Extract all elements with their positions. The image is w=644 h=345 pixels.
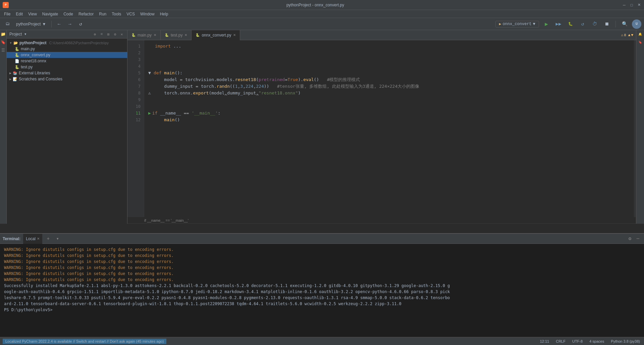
- test-py-icon: 🐍: [15, 65, 19, 69]
- minimize-button[interactable]: ─: [622, 3, 627, 7]
- terminal-settings-icon[interactable]: ⚙: [627, 236, 633, 242]
- fold-arrow-5: ▼: [148, 70, 154, 76]
- warnings-nav-up[interactable]: ▲: [628, 33, 631, 37]
- menu-refactor[interactable]: Refactor: [76, 10, 96, 18]
- project-header-icons: ⊕ ≡ ⊞ ⚙ ✕: [92, 31, 124, 37]
- tab-main-py[interactable]: 🐍 main.py ✕: [127, 30, 161, 40]
- run-indicator-11[interactable]: ▶: [148, 110, 151, 117]
- code-line-9: [148, 96, 630, 103]
- project-icon[interactable]: 📁: [1, 31, 6, 37]
- status-bar-right: 12:11 CRLF UTF-8 4 spaces Python 3.8 (py…: [539, 339, 641, 343]
- code-editor: 1 2 3 4 5 6 7 8 9 10 11 12 import ...: [127, 40, 636, 217]
- toolbar-logo: 🗂: [3, 19, 12, 29]
- tree-item-onnx-convert[interactable]: 🐍 onnx_convert.py: [7, 52, 127, 58]
- tab-test-py-close[interactable]: ✕: [184, 33, 187, 37]
- code-content[interactable]: import ... ▼ def main(): model = torchvi…: [144, 40, 634, 217]
- toolbar-forward-btn[interactable]: →: [65, 19, 74, 29]
- terminal-add-tab[interactable]: +: [45, 236, 52, 242]
- toolbar-refresh-btn[interactable]: ↺: [76, 19, 85, 29]
- status-indent[interactable]: 4 spaces: [588, 339, 605, 343]
- project-selector-arrow: ▼: [42, 22, 46, 26]
- tree-item-main-py[interactable]: 🐍 main.py: [7, 46, 127, 52]
- stop-button[interactable]: ⏹: [602, 19, 611, 29]
- status-update-notice[interactable]: Localized PyCharm 2022.2.4 is available …: [3, 339, 166, 344]
- status-line-ending[interactable]: CRLF: [554, 339, 567, 343]
- tab-bar: 🐍 main.py ✕ 🐍 test.py ✕ 🐍 onnx_convert.p…: [127, 30, 636, 40]
- collapse-all-icon[interactable]: ≡: [99, 31, 104, 37]
- tree-item-test-py[interactable]: 🐍 test.py: [7, 64, 127, 70]
- left-sidebar-icons: 📁 🔖 ☰: [0, 30, 7, 224]
- notifications-icon[interactable]: 🔔: [638, 31, 643, 37]
- menu-run[interactable]: Run: [96, 10, 109, 18]
- toolbar-back-btn[interactable]: ←: [54, 19, 64, 29]
- terminal-success-line: Successfully installed MarkupSafe-2.1.1 …: [4, 283, 640, 307]
- menu-tools[interactable]: Tools: [109, 10, 124, 18]
- terminal-warning-2: WARNING: Ignore distutils configs in set…: [4, 253, 640, 259]
- terminal-minimize-icon[interactable]: ─: [635, 236, 641, 242]
- locate-file-icon[interactable]: ⊕: [92, 31, 98, 37]
- search-everywhere-btn[interactable]: 🔍: [620, 19, 629, 29]
- menu-vcs[interactable]: VCS: [124, 10, 138, 18]
- close-button[interactable]: ✕: [637, 3, 641, 7]
- expand-all-icon[interactable]: ⊞: [106, 31, 111, 37]
- bookmarks-right-icon[interactable]: 🔖: [638, 40, 643, 45]
- status-line-col[interactable]: 12:11: [539, 339, 551, 343]
- line-num-12: 12: [127, 117, 144, 123]
- tree-item-resnet18[interactable]: 📄 resnet18.onnx: [7, 58, 127, 64]
- terminal-tab-close[interactable]: ✕: [37, 237, 40, 240]
- menu-help[interactable]: Help: [157, 10, 171, 18]
- avatar-btn[interactable]: U: [632, 19, 641, 29]
- project-panel-title: Project ▼: [9, 32, 27, 37]
- warnings-nav-down[interactable]: ▼: [631, 33, 633, 37]
- menu-edit[interactable]: Edit: [13, 10, 25, 18]
- tab-main-py-label: main.py: [138, 33, 152, 38]
- profile-button[interactable]: ⏱: [590, 19, 599, 29]
- run-configuration[interactable]: ▶ onnx_convert ▼: [495, 21, 539, 27]
- app-logo: P: [3, 2, 9, 8]
- run-button[interactable]: ▶: [542, 19, 551, 29]
- settings-icon[interactable]: ⚙: [112, 31, 118, 37]
- close-panel-icon[interactable]: ✕: [119, 31, 124, 37]
- tree-item-scratches[interactable]: ▶ 📝 Scratches and Consoles: [7, 76, 127, 82]
- terminal-header: Terminal: Local ✕ + ▾ ⚙ ─: [0, 234, 644, 244]
- project-name: pythonProject: [16, 22, 41, 26]
- terminal-warning-4: WARNING: Ignore distutils configs in set…: [4, 265, 640, 271]
- root-folder-icon: 📂: [13, 41, 18, 45]
- menu-file[interactable]: File: [1, 10, 13, 18]
- debug-button[interactable]: 🐛: [566, 19, 575, 29]
- tree-item-external-libs[interactable]: ▶ 📚 External Libraries: [7, 70, 127, 76]
- build-button[interactable]: ▶▶: [554, 19, 563, 29]
- minimap: [634, 40, 636, 217]
- tab-main-py-close[interactable]: ✕: [154, 33, 156, 37]
- code-line-7: dummy_input = torch.randn((1,3,224,224))…: [148, 83, 630, 90]
- test-py-label: test.py: [21, 65, 33, 69]
- tab-onnx-convert[interactable]: 🐍 onnx_convert.py ✕: [192, 30, 240, 40]
- breadcrumb-bar: if __name__ == '__main__': [127, 217, 636, 224]
- tab-main-py-icon: 🐍: [131, 33, 136, 37]
- project-panel: Project ▼ ⊕ ≡ ⊞ ⚙ ✕ ▼ 📂 pythonProject C:…: [7, 30, 127, 224]
- run-config-icon: ▶: [499, 22, 501, 26]
- terminal-content[interactable]: WARNING: Ignore distutils configs in set…: [0, 244, 644, 337]
- code-line-2: [148, 50, 630, 56]
- menu-navigate[interactable]: Navigate: [40, 10, 61, 18]
- menu-code[interactable]: Code: [61, 10, 76, 18]
- line-numbers: 1 2 3 4 5 6 7 8 9 10 11 12: [127, 40, 144, 217]
- menu-view[interactable]: View: [25, 10, 40, 18]
- tab-onnx-convert-close[interactable]: ✕: [233, 33, 236, 37]
- tab-test-py[interactable]: 🐍 test.py ✕: [161, 30, 192, 40]
- terminal-tab-local[interactable]: Local ✕: [23, 234, 42, 244]
- warnings-icon: ⚠: [621, 33, 624, 37]
- tree-root-folder[interactable]: ▼ 📂 pythonProject C:\Users\40662\Pycharm…: [7, 40, 127, 46]
- bookmarks-icon[interactable]: 🔖: [1, 40, 6, 45]
- status-encoding[interactable]: UTF-8: [571, 339, 584, 343]
- coverage-button[interactable]: ↺: [578, 19, 587, 29]
- maximize-button[interactable]: □: [629, 3, 634, 7]
- project-panel-arrow: ▼: [24, 32, 27, 36]
- code-line-10: [148, 103, 630, 110]
- status-python-version[interactable]: Python 3.8 (py38): [609, 339, 641, 343]
- terminal-tab-down[interactable]: ▾: [54, 236, 61, 242]
- project-selector[interactable]: pythonProject ▼: [13, 21, 49, 27]
- structure-icon[interactable]: ☰: [1, 48, 6, 53]
- line-num-4: 4: [127, 63, 144, 70]
- menu-window[interactable]: Window: [138, 10, 157, 18]
